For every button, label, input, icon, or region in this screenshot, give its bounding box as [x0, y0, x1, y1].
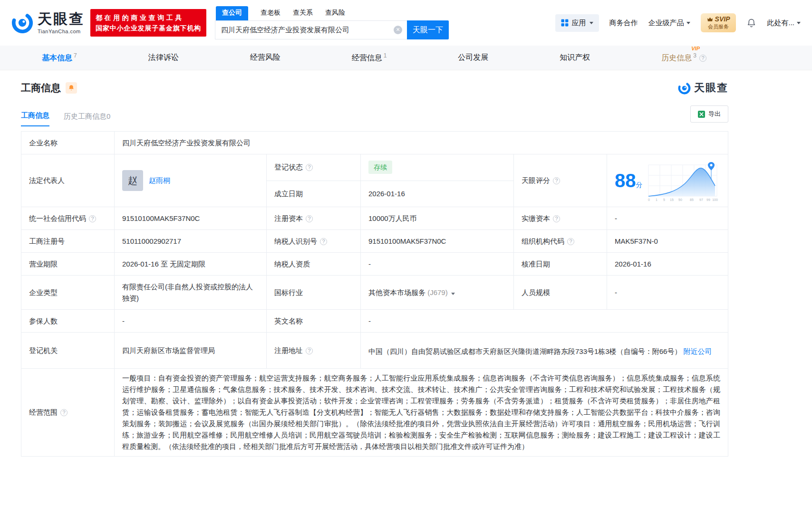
svg-text:97: 97 — [699, 198, 703, 201]
tianyancha-logo-icon — [11, 12, 33, 34]
label-reg-authority: 登记机关 — [21, 333, 115, 369]
label-approval-date: 核准日期 — [514, 253, 607, 276]
logo-text-cn: 天眼查 — [38, 12, 85, 26]
nav-count: 7 — [74, 52, 77, 59]
label-reg-capital: 注册资本 — [267, 207, 361, 230]
tab-search-company[interactable]: 查公司 — [216, 6, 248, 20]
apps-grid-icon — [561, 19, 569, 27]
promo-line2: 国家中小企业发展子基金旗下机构 — [96, 23, 201, 33]
promo-line1: 都在用的商业查询工具 — [96, 12, 201, 23]
value-approval-date: 2026-01-16 — [607, 253, 728, 276]
section-title: 工商信息 — [21, 81, 61, 95]
value-reg-number: 510110002902717 — [115, 230, 267, 253]
value-org-code: MAK5F37N-0 — [607, 230, 728, 253]
value-establish-date: 2026-01-16 — [361, 181, 514, 207]
value-staff-size: - — [607, 276, 728, 310]
vip-tag: VIP — [691, 46, 700, 51]
notification-bell-icon[interactable] — [746, 18, 756, 28]
nav-operating-info[interactable]: 经营信息1 — [352, 52, 387, 63]
nearby-companies-link[interactable]: 附近公司 — [684, 346, 712, 357]
value-reg-status: 存续 — [361, 154, 514, 181]
tab-search-risk[interactable]: 查风险 — [325, 6, 345, 20]
help-icon[interactable] — [567, 238, 574, 245]
company-section-nav: 基本信息7 法律诉讼 经营风险 经营信息1 公司发展 知识产权 VIP 历史信息… — [0, 46, 812, 70]
svip-label: SVIP — [715, 15, 730, 23]
apps-menu[interactable]: 应用 — [555, 14, 599, 32]
label-tyc-score: 天眼评分 — [514, 154, 607, 207]
promo-banner: 都在用的商业查询工具 国家中小企业发展子基金旗下机构 — [90, 9, 206, 37]
score-axis-ticks: 01 515 5085 9799 100 — [648, 198, 718, 201]
subscribe-bell-icon[interactable] — [66, 82, 77, 94]
svg-text:1: 1 — [656, 198, 657, 201]
nav-legal-proceedings[interactable]: 法律诉讼 — [148, 53, 179, 63]
search-tabs: 查公司 查老板 查关系 查风险 — [215, 6, 449, 20]
subtab-business-info[interactable]: 工商信息 — [21, 111, 49, 126]
excel-icon — [698, 111, 705, 118]
menu-enterprise-products[interactable]: 企业级产品 — [648, 19, 690, 28]
chevron-down-icon[interactable] — [451, 293, 455, 295]
apps-menu-label: 应用 — [572, 19, 586, 28]
value-business-term: 2026-01-16 至 无固定期限 — [115, 253, 267, 276]
legal-rep-link[interactable]: 赵雨桐 — [149, 175, 170, 186]
svg-text:85: 85 — [690, 198, 694, 201]
nav-intellectual-property[interactable]: 知识产权 — [560, 53, 590, 63]
legal-rep-avatar[interactable]: 赵 — [122, 170, 143, 191]
help-icon[interactable] — [60, 409, 68, 416]
tab-search-relation[interactable]: 查关系 — [293, 6, 313, 20]
industry-code: (J679) — [427, 288, 448, 296]
help-icon[interactable] — [306, 164, 313, 171]
logo-text-en: TianYanCha.com — [38, 29, 85, 34]
value-english-name: - — [361, 310, 728, 333]
help-icon[interactable] — [320, 238, 327, 245]
score-value: 88 — [615, 170, 636, 191]
nav-count: 3 — [693, 52, 696, 59]
account-menu[interactable]: 此处有... — [767, 19, 801, 28]
label-business-term: 营业期限 — [21, 253, 115, 276]
tab-search-boss[interactable]: 查老板 — [261, 6, 280, 20]
menu-business-cooperation[interactable]: 商务合作 — [609, 19, 638, 28]
nav-history-info[interactable]: VIP 历史信息3 — [661, 52, 706, 63]
export-button[interactable]: 导出 — [690, 105, 728, 123]
label-business-scope: 经营范围 — [21, 369, 115, 457]
svg-text:15: 15 — [670, 198, 674, 201]
value-company-type: 有限责任公司(非自然人投资或控股的法人独资) — [115, 276, 267, 310]
search-button[interactable]: 天眼一下 — [407, 20, 449, 39]
tianyancha-watermark: 天眼查 — [678, 81, 728, 95]
label-company-type: 企业类型 — [21, 276, 115, 310]
score-unit: 分 — [636, 181, 643, 189]
svip-sublabel: 会员服务 — [707, 23, 730, 30]
subtab-history-business-info[interactable]: 历史工商信息0 — [64, 112, 110, 126]
nav-count: 1 — [384, 52, 387, 59]
nav-operating-risk[interactable]: 经营风险 — [250, 53, 280, 63]
label-industry: 国标行业 — [267, 276, 361, 310]
value-insured-count: - — [115, 310, 267, 333]
help-icon[interactable] — [553, 215, 560, 222]
value-taxpayer-id: 91510100MAK5F37N0C — [361, 230, 514, 253]
site-header: 天眼查 TianYanCha.com 都在用的商业查询工具 国家中小企业发展子基… — [0, 0, 812, 46]
business-info-tabs: 工商信息 历史工商信息0 导出 — [21, 105, 728, 126]
value-legal-rep: 赵 赵雨桐 — [115, 154, 267, 207]
label-org-code: 组织机构代码 — [514, 230, 607, 253]
svg-text:100: 100 — [712, 198, 718, 201]
tianyancha-logo[interactable]: 天眼查 TianYanCha.com — [11, 12, 85, 34]
nav-company-development[interactable]: 公司发展 — [458, 53, 488, 63]
label-legal-rep: 法定代表人 — [21, 154, 115, 207]
value-reg-address: 中国（四川）自由贸易试验区成都市天府新区兴隆街道湖畔路东段733号1栋3楼（自编… — [361, 333, 728, 369]
label-establish-date: 成立日期 — [267, 181, 361, 207]
crown-icon — [707, 17, 713, 22]
label-reg-status: 登记状态 — [267, 154, 361, 181]
label-staff-size: 人员规模 — [514, 276, 607, 310]
clear-search-icon[interactable] — [394, 26, 402, 34]
svg-text:5: 5 — [663, 198, 665, 201]
business-info-table: 企业名称 四川天府低空经济产业投资发展有限公司 法定代表人 赵 赵雨桐 登记状态… — [21, 131, 728, 457]
help-icon[interactable] — [89, 215, 96, 222]
help-icon[interactable] — [553, 177, 560, 184]
help-icon[interactable] — [306, 215, 313, 222]
nav-basic-info[interactable]: 基本信息7 — [42, 52, 77, 63]
chevron-down-icon — [686, 22, 690, 24]
svip-member-badge[interactable]: SVIP 会员服务 — [701, 13, 736, 32]
svg-text:0: 0 — [648, 198, 650, 201]
help-icon[interactable] — [306, 347, 313, 354]
help-icon[interactable] — [699, 55, 706, 62]
search-input[interactable] — [215, 20, 407, 39]
